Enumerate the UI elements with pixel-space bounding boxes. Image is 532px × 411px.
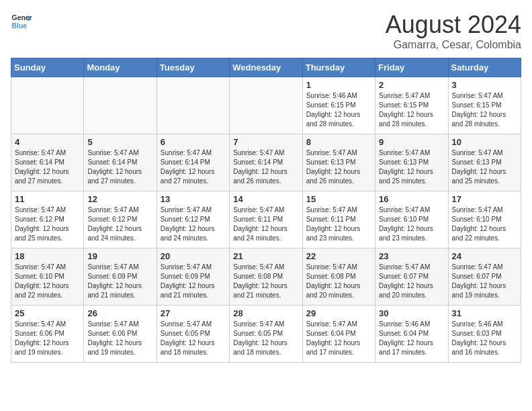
- day-number: 6: [161, 137, 226, 147]
- weekday-header-tuesday: Tuesday: [157, 58, 229, 77]
- day-number: 29: [306, 308, 371, 318]
- day-detail: Sunrise: 5:47 AM Sunset: 6:06 PM Dayligh…: [15, 320, 80, 357]
- calendar-cell: 17Sunrise: 5:47 AM Sunset: 6:10 PM Dayli…: [448, 191, 521, 248]
- day-detail: Sunrise: 5:47 AM Sunset: 6:11 PM Dayligh…: [233, 205, 298, 243]
- calendar-cell: 26Sunrise: 5:47 AM Sunset: 6:06 PM Dayli…: [84, 306, 157, 363]
- title-area: August 2024 Gamarra, Cesar, Colombia: [386, 11, 521, 51]
- day-number: 12: [87, 194, 152, 204]
- day-number: 11: [15, 194, 80, 204]
- day-number: 21: [233, 251, 298, 261]
- calendar-cell: 21Sunrise: 5:47 AM Sunset: 6:08 PM Dayli…: [230, 248, 302, 306]
- day-number: 24: [452, 251, 517, 261]
- day-number: 8: [306, 137, 371, 147]
- calendar-cell: [230, 77, 302, 134]
- calendar-cell: 19Sunrise: 5:47 AM Sunset: 6:09 PM Dayli…: [84, 248, 157, 306]
- calendar-cell: 29Sunrise: 5:47 AM Sunset: 6:04 PM Dayli…: [302, 306, 375, 363]
- calendar-cell: 5Sunrise: 5:47 AM Sunset: 6:14 PM Daylig…: [84, 134, 157, 191]
- week-row-5: 25Sunrise: 5:47 AM Sunset: 6:06 PM Dayli…: [11, 306, 521, 363]
- calendar-cell: 2Sunrise: 5:47 AM Sunset: 6:15 PM Daylig…: [375, 77, 448, 134]
- day-number: 19: [87, 251, 152, 261]
- week-row-4: 18Sunrise: 5:47 AM Sunset: 6:10 PM Dayli…: [11, 248, 521, 306]
- calendar-title: August 2024: [386, 11, 521, 39]
- day-detail: Sunrise: 5:47 AM Sunset: 6:12 PM Dayligh…: [87, 205, 152, 243]
- calendar-cell: 14Sunrise: 5:47 AM Sunset: 6:11 PM Dayli…: [230, 191, 302, 248]
- week-row-2: 4Sunrise: 5:47 AM Sunset: 6:14 PM Daylig…: [11, 134, 521, 191]
- day-detail: Sunrise: 5:46 AM Sunset: 6:03 PM Dayligh…: [452, 320, 517, 357]
- day-detail: Sunrise: 5:47 AM Sunset: 6:05 PM Dayligh…: [161, 320, 226, 357]
- week-row-3: 11Sunrise: 5:47 AM Sunset: 6:12 PM Dayli…: [11, 191, 521, 248]
- day-detail: Sunrise: 5:47 AM Sunset: 6:10 PM Dayligh…: [379, 205, 444, 243]
- calendar-cell: 15Sunrise: 5:47 AM Sunset: 6:11 PM Dayli…: [302, 191, 375, 248]
- calendar-cell: 13Sunrise: 5:47 AM Sunset: 6:12 PM Dayli…: [157, 191, 229, 248]
- day-detail: Sunrise: 5:47 AM Sunset: 6:12 PM Dayligh…: [161, 205, 226, 243]
- day-detail: Sunrise: 5:47 AM Sunset: 6:12 PM Dayligh…: [15, 205, 80, 243]
- day-detail: Sunrise: 5:47 AM Sunset: 6:04 PM Dayligh…: [306, 320, 371, 357]
- calendar-cell: 24Sunrise: 5:47 AM Sunset: 6:07 PM Dayli…: [448, 248, 521, 306]
- day-detail: Sunrise: 5:47 AM Sunset: 6:14 PM Dayligh…: [161, 148, 226, 186]
- day-detail: Sunrise: 5:46 AM Sunset: 6:15 PM Dayligh…: [306, 91, 371, 129]
- day-detail: Sunrise: 5:47 AM Sunset: 6:09 PM Dayligh…: [161, 263, 226, 300]
- calendar-cell: 3Sunrise: 5:47 AM Sunset: 6:15 PM Daylig…: [448, 77, 521, 134]
- weekday-header-monday: Monday: [84, 58, 157, 77]
- weekday-header-sunday: Sunday: [11, 58, 84, 77]
- calendar-cell: 28Sunrise: 5:47 AM Sunset: 6:05 PM Dayli…: [230, 306, 302, 363]
- calendar-cell: 8Sunrise: 5:47 AM Sunset: 6:13 PM Daylig…: [302, 134, 375, 191]
- calendar-cell: 6Sunrise: 5:47 AM Sunset: 6:14 PM Daylig…: [157, 134, 229, 191]
- calendar-cell: 9Sunrise: 5:47 AM Sunset: 6:13 PM Daylig…: [375, 134, 448, 191]
- calendar-cell: [11, 77, 84, 134]
- day-number: 23: [379, 251, 444, 261]
- day-detail: Sunrise: 5:47 AM Sunset: 6:10 PM Dayligh…: [452, 205, 517, 243]
- day-detail: Sunrise: 5:47 AM Sunset: 6:09 PM Dayligh…: [87, 263, 152, 300]
- weekday-header-row: SundayMondayTuesdayWednesdayThursdayFrid…: [11, 58, 521, 77]
- calendar-cell: 23Sunrise: 5:47 AM Sunset: 6:07 PM Dayli…: [375, 248, 448, 306]
- day-number: 14: [233, 194, 298, 204]
- day-number: 5: [87, 137, 152, 147]
- day-number: 3: [452, 80, 517, 90]
- day-detail: Sunrise: 5:47 AM Sunset: 6:05 PM Dayligh…: [233, 320, 298, 357]
- day-number: 1: [306, 80, 371, 90]
- day-detail: Sunrise: 5:47 AM Sunset: 6:14 PM Dayligh…: [87, 148, 152, 186]
- calendar-cell: 22Sunrise: 5:47 AM Sunset: 6:08 PM Dayli…: [302, 248, 375, 306]
- day-detail: Sunrise: 5:46 AM Sunset: 6:04 PM Dayligh…: [379, 320, 444, 357]
- day-number: 31: [452, 308, 517, 318]
- calendar-cell: 16Sunrise: 5:47 AM Sunset: 6:10 PM Dayli…: [375, 191, 448, 248]
- day-number: 13: [161, 194, 226, 204]
- calendar-cell: [157, 77, 229, 134]
- day-number: 16: [379, 194, 444, 204]
- calendar-subtitle: Gamarra, Cesar, Colombia: [386, 39, 521, 51]
- calendar-cell: 31Sunrise: 5:46 AM Sunset: 6:03 PM Dayli…: [448, 306, 521, 363]
- calendar-cell: 30Sunrise: 5:46 AM Sunset: 6:04 PM Dayli…: [375, 306, 448, 363]
- calendar-cell: 27Sunrise: 5:47 AM Sunset: 6:05 PM Dayli…: [157, 306, 229, 363]
- day-number: 15: [306, 194, 371, 204]
- calendar-cell: 12Sunrise: 5:47 AM Sunset: 6:12 PM Dayli…: [84, 191, 157, 248]
- calendar-cell: 10Sunrise: 5:47 AM Sunset: 6:13 PM Dayli…: [448, 134, 521, 191]
- calendar-table: SundayMondayTuesdayWednesdayThursdayFrid…: [11, 58, 521, 363]
- day-detail: Sunrise: 5:47 AM Sunset: 6:07 PM Dayligh…: [379, 263, 444, 300]
- day-number: 30: [379, 308, 444, 318]
- day-detail: Sunrise: 5:47 AM Sunset: 6:14 PM Dayligh…: [233, 148, 298, 186]
- day-number: 4: [15, 137, 80, 147]
- week-row-1: 1Sunrise: 5:46 AM Sunset: 6:15 PM Daylig…: [11, 77, 521, 134]
- logo: General Blue: [11, 11, 32, 32]
- day-number: 7: [233, 137, 298, 147]
- day-number: 27: [161, 308, 226, 318]
- calendar-cell: 25Sunrise: 5:47 AM Sunset: 6:06 PM Dayli…: [11, 306, 84, 363]
- day-number: 28: [233, 308, 298, 318]
- calendar-cell: 1Sunrise: 5:46 AM Sunset: 6:15 PM Daylig…: [302, 77, 375, 134]
- calendar-cell: 20Sunrise: 5:47 AM Sunset: 6:09 PM Dayli…: [157, 248, 229, 306]
- logo-icon: General Blue: [11, 11, 32, 32]
- day-detail: Sunrise: 5:47 AM Sunset: 6:08 PM Dayligh…: [233, 263, 298, 300]
- day-detail: Sunrise: 5:47 AM Sunset: 6:10 PM Dayligh…: [15, 263, 80, 300]
- day-number: 18: [15, 251, 80, 261]
- calendar-cell: 11Sunrise: 5:47 AM Sunset: 6:12 PM Dayli…: [11, 191, 84, 248]
- day-detail: Sunrise: 5:47 AM Sunset: 6:13 PM Dayligh…: [452, 148, 517, 186]
- day-detail: Sunrise: 5:47 AM Sunset: 6:08 PM Dayligh…: [306, 263, 371, 300]
- calendar-cell: 7Sunrise: 5:47 AM Sunset: 6:14 PM Daylig…: [230, 134, 302, 191]
- weekday-header-thursday: Thursday: [302, 58, 375, 77]
- day-detail: Sunrise: 5:47 AM Sunset: 6:07 PM Dayligh…: [452, 263, 517, 300]
- weekday-header-wednesday: Wednesday: [230, 58, 302, 77]
- weekday-header-saturday: Saturday: [448, 58, 521, 77]
- calendar-cell: 18Sunrise: 5:47 AM Sunset: 6:10 PM Dayli…: [11, 248, 84, 306]
- day-detail: Sunrise: 5:47 AM Sunset: 6:15 PM Dayligh…: [379, 91, 444, 129]
- day-number: 20: [161, 251, 226, 261]
